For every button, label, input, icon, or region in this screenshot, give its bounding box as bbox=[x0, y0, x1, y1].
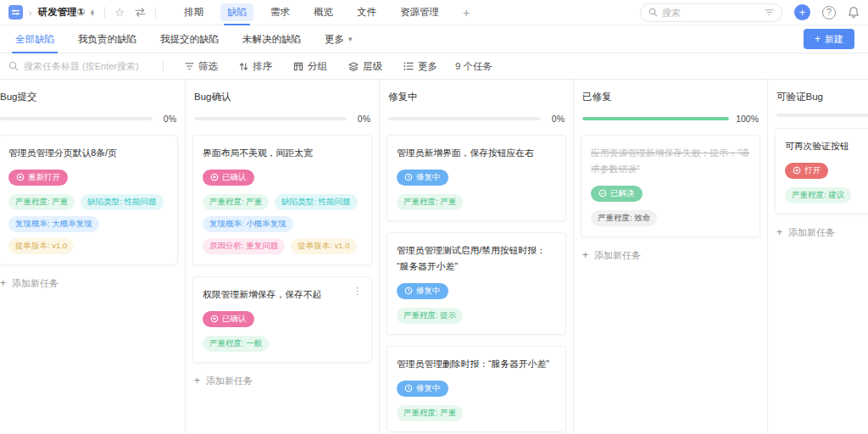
help-icon[interactable]: ? bbox=[822, 6, 836, 19]
global-search-box[interactable] bbox=[640, 3, 782, 22]
status-badge[interactable]: 已确认 bbox=[203, 170, 254, 186]
chevron-down-icon: ▾ bbox=[348, 35, 353, 43]
search-icon bbox=[8, 61, 19, 71]
add-task-button[interactable]: + 添加新任务 bbox=[581, 249, 760, 262]
tag-severity: 严重程度: 严重 bbox=[397, 405, 463, 421]
filter-button[interactable]: 筛选 bbox=[185, 60, 218, 73]
task-card[interactable]: 管理员管理测试启用/禁用按钮时报：“服务器开小差” 修复中 严重程度: 提示 bbox=[387, 232, 566, 335]
group-button[interactable]: 分组 bbox=[293, 60, 327, 73]
tag-list: 严重程度: 建议 bbox=[785, 187, 868, 203]
tab-schedule[interactable]: 排期 bbox=[172, 0, 215, 25]
check-circle-icon bbox=[598, 189, 607, 198]
hierarchy-button[interactable]: 更多 层级 bbox=[348, 60, 382, 73]
task-card[interactable]: 管理员管理分页默认8条/页 重新打开 严重程度: 严重 缺陷类型: 性能问题 复… bbox=[0, 135, 178, 265]
filter-tab-more[interactable]: 更多 ▾ bbox=[325, 25, 353, 53]
progress-percent: 0% bbox=[548, 114, 565, 124]
task-card[interactable]: 管理员管理删除时报：“服务器开小差” 修复中 严重程度: 严重 bbox=[387, 346, 566, 432]
column-title: 可验证Bug bbox=[775, 91, 868, 103]
plus-icon: + bbox=[582, 249, 588, 261]
column-title: 已修复 bbox=[581, 91, 760, 103]
add-task-button[interactable]: + 添加新任务 bbox=[775, 226, 868, 239]
column-title: 修复中 bbox=[387, 91, 566, 103]
project-title[interactable]: 研发管理① bbox=[38, 6, 86, 19]
card-menu-icon[interactable]: ⋮ bbox=[348, 287, 362, 296]
tag-severity: 严重程度: 严重 bbox=[397, 194, 463, 210]
column-progress: 100% bbox=[581, 114, 760, 124]
column-title: Bug确认 bbox=[192, 91, 372, 103]
card-title: 管理员管理分页默认8条/页 bbox=[8, 145, 168, 161]
search-filter-icon[interactable] bbox=[765, 8, 774, 16]
tab-defects[interactable]: 缺陷 bbox=[215, 0, 259, 25]
project-switcher-icon[interactable]: ▲▼ bbox=[89, 9, 95, 16]
task-search[interactable] bbox=[8, 61, 151, 71]
circle-dot-icon bbox=[16, 173, 25, 181]
module-tabs: 排期 缺陷 需求 概览 文件 资源管理 + bbox=[172, 0, 481, 25]
sort-button[interactable]: 排序 bbox=[239, 60, 272, 73]
column-progress bbox=[775, 114, 868, 117]
breadcrumb-chevron-icon: › bbox=[29, 8, 32, 18]
status-badge[interactable]: 重新打开 bbox=[8, 170, 68, 186]
add-task-button[interactable]: + 添加新任务 bbox=[192, 375, 372, 387]
search-icon bbox=[648, 8, 658, 17]
tab-overview[interactable]: 概览 bbox=[302, 0, 345, 25]
progress-percent: 0% bbox=[353, 114, 370, 124]
add-task-button[interactable]: + 添加新任务 bbox=[0, 277, 178, 290]
new-task-button[interactable]: + 新建 bbox=[804, 29, 854, 49]
add-tab-button[interactable]: + bbox=[451, 0, 481, 25]
tag-severity: 严重程度: 严重 bbox=[203, 194, 269, 210]
tag-severity: 严重程度: 严重 bbox=[8, 194, 75, 210]
plus-icon: + bbox=[815, 33, 821, 45]
card-title: 管理员管理测试启用/禁用按钮时报：“服务器开小差” bbox=[397, 242, 556, 275]
tag-version: 提单版本: v1.0 bbox=[291, 238, 356, 254]
filter-tab-my-submitted[interactable]: 我提交的缺陷 bbox=[160, 25, 219, 53]
status-badge[interactable]: 修复中 bbox=[397, 170, 448, 186]
circle-dot-icon bbox=[210, 314, 219, 323]
column-fixed: 已修复 100% 应用资源管理新增保存失败；提示：“请求参数错误” 已解决 严重… bbox=[574, 80, 768, 433]
plus-icon: + bbox=[776, 226, 782, 238]
swap-view-icon[interactable] bbox=[135, 8, 146, 17]
task-card[interactable]: 管理员新增界面，保存按钮应在右 修复中 严重程度: 严重 bbox=[387, 135, 566, 221]
task-card[interactable]: 可再次验证按钮 打开 严重程度: 建议 bbox=[775, 128, 868, 214]
kanban-board: Bug提交 0% 管理员管理分页默认8条/页 重新打开 严重程度: 严重 缺陷类… bbox=[0, 80, 868, 433]
quick-add-button[interactable]: + bbox=[794, 4, 810, 20]
column-progress: 0% bbox=[387, 114, 566, 124]
filter-funnel-icon bbox=[185, 62, 194, 70]
task-card[interactable]: 应用资源管理新增保存失败；提示：“请求参数错误” 已解决 严重程度: 致命 bbox=[581, 135, 760, 237]
notifications-bell-icon[interactable] bbox=[848, 6, 860, 19]
tag-cause-analysis: 原因分析: 重复问题 bbox=[203, 238, 285, 254]
filter-tab-unresolved[interactable]: 未解决的缺陷 bbox=[242, 25, 301, 53]
global-search-input[interactable] bbox=[662, 8, 760, 18]
tag-severity: 严重程度: 一般 bbox=[203, 336, 269, 352]
tab-files[interactable]: 文件 bbox=[345, 0, 388, 25]
task-card[interactable]: 权限管理新增保存，保存不起 ⋮ 已确认 严重程度: 一般 bbox=[192, 276, 372, 363]
filter-tab-my-assigned[interactable]: 我负责的缺陷 bbox=[78, 25, 136, 53]
status-badge[interactable]: 打开 bbox=[785, 163, 828, 179]
card-title: 管理员管理删除时报：“服务器开小差” bbox=[397, 356, 556, 372]
card-title-completed: 应用资源管理新增保存失败；提示：“请求参数错误” bbox=[591, 145, 750, 177]
star-favorite-icon[interactable]: ☆ bbox=[114, 6, 125, 19]
task-card[interactable]: 界面布局不美观，间距太宽 已确认 严重程度: 严重 缺陷类型: 性能问题 复现概… bbox=[192, 135, 372, 265]
app-logo-icon[interactable] bbox=[8, 5, 23, 19]
status-badge[interactable]: 修复中 bbox=[397, 283, 448, 299]
tab-resources[interactable]: 资源管理 bbox=[388, 0, 451, 25]
status-badge[interactable]: 已解决 bbox=[591, 186, 643, 202]
filter-tab-all-defects[interactable]: 全部缺陷 bbox=[15, 25, 54, 53]
card-title: 管理员新增界面，保存按钮应在右 bbox=[397, 145, 556, 161]
more-button[interactable]: 更多 bbox=[403, 60, 437, 73]
list-icon bbox=[403, 62, 414, 70]
task-search-input[interactable] bbox=[24, 61, 151, 71]
tag-list: 严重程度: 严重 缺陷类型: 性能问题 复现概率: 大概率复现 提单版本: v1… bbox=[8, 194, 168, 254]
tag-list: 严重程度: 严重 bbox=[397, 194, 556, 210]
status-badge[interactable]: 已确认 bbox=[203, 311, 254, 327]
tag-list: 严重程度: 一般 bbox=[203, 336, 362, 352]
view-filter-bar: 全部缺陷 我负责的缺陷 我提交的缺陷 未解决的缺陷 更多 ▾ + 新建 bbox=[0, 25, 868, 53]
top-navbar: › 研发管理① ▲▼ ☆ 排期 缺陷 需求 概览 文件 资源管理 + bbox=[0, 0, 868, 25]
sliders-icon bbox=[11, 8, 20, 17]
tab-requirements[interactable]: 需求 bbox=[259, 0, 302, 25]
column-title: Bug提交 bbox=[0, 91, 178, 103]
progress-percent: 0% bbox=[159, 114, 176, 124]
status-badge[interactable]: 修复中 bbox=[397, 381, 448, 397]
circle-dot-icon bbox=[210, 173, 219, 181]
column-fixing: 修复中 0% 管理员新增界面，保存按钮应在右 修复中 严重程度: 严重 管理员管… bbox=[380, 80, 574, 433]
tag-defect-type: 缺陷类型: 性能问题 bbox=[275, 194, 357, 210]
